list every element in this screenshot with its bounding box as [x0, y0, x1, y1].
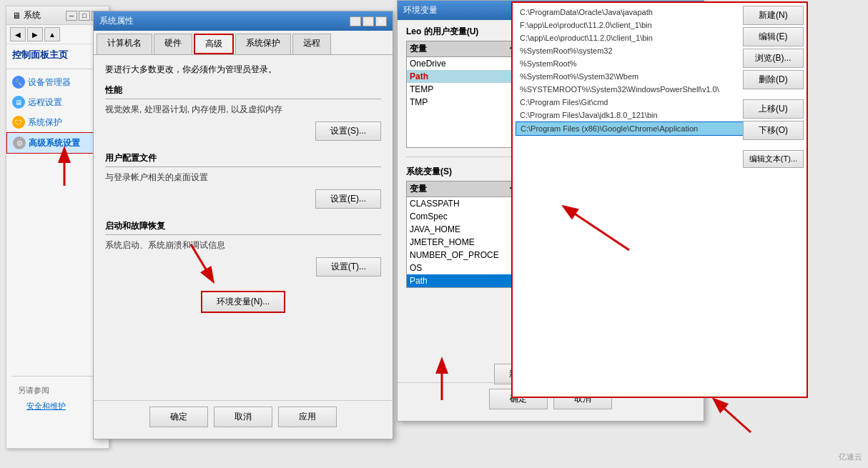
sysprops-tabs: 计算机名 硬件 高级 系统保护 远程 — [94, 31, 393, 55]
path-up-btn[interactable]: 上移(U) — [743, 99, 804, 119]
system-title: 系统 — [24, 9, 41, 21]
sysprops-apply-btn[interactable]: 应用 — [278, 407, 337, 427]
svg-line-4 — [715, 400, 751, 432]
up-btn[interactable]: ▲ — [44, 27, 60, 41]
sysprops-body: 要进行大多数更改，你必须作为管理员登录。 性能 视觉效果, 处理器计划, 内存使… — [94, 55, 393, 322]
performance-section: 性能 视觉效果, 处理器计划, 内存使用, 以及虚拟内存 设置(S)... — [105, 84, 381, 141]
advanced-icon: ⚙ — [13, 136, 26, 149]
env-vars-btn[interactable]: 环境变量(N)... — [201, 291, 286, 313]
col-name-header: 变量 — [410, 43, 510, 55]
user-profiles-desc: 与登录帐户相关的桌面设置 — [105, 171, 381, 184]
user-profiles-settings-btn[interactable]: 设置(E)... — [315, 189, 381, 209]
performance-title: 性能 — [105, 84, 381, 99]
also-see-label: 另请参阅 — [12, 379, 103, 399]
sysprops-cancel-btn[interactable]: 取消 — [214, 407, 272, 427]
path-edit-btn[interactable]: 编辑(E) — [743, 27, 804, 46]
sysprops-ok-btn[interactable]: 确定 — [149, 407, 208, 427]
back-btn[interactable]: ◀ — [10, 27, 26, 41]
path-browse-btn[interactable]: 浏览(B)... — [743, 49, 804, 68]
tab-hardware[interactable]: 硬件 — [154, 34, 192, 54]
device-manager-icon: 🔧 — [12, 76, 25, 89]
path-down-btn[interactable]: 下移(O) — [743, 121, 804, 140]
sysprops-minimize[interactable]: ─ — [350, 16, 361, 26]
minimize-btn[interactable]: ─ — [66, 11, 77, 21]
sysprops-title-bar: 系统属性 ─ □ ✕ — [94, 11, 393, 31]
sysprops-footer: 确定 取消 应用 — [94, 400, 393, 433]
tab-system-protection[interactable]: 系统保护 — [235, 34, 291, 54]
user-profiles-title: 用户配置文件 — [105, 152, 381, 167]
performance-settings-btn[interactable]: 设置(S)... — [315, 121, 381, 141]
performance-desc: 视觉效果, 处理器计划, 内存使用, 以及虚拟内存 — [105, 104, 381, 116]
user-profiles-section: 用户配置文件 与登录帐户相关的桌面设置 设置(E)... — [105, 152, 381, 209]
startup-recovery-title: 启动和故障恢复 — [105, 220, 381, 235]
startup-recovery-desc: 系统启动、系统崩溃和调试信息 — [105, 239, 381, 252]
tab-remote[interactable]: 远程 — [292, 34, 331, 54]
startup-recovery-section: 启动和故障恢复 系统启动、系统崩溃和调试信息 设置(T)... — [105, 220, 381, 277]
path-right-buttons: 新建(N) 编辑(E) 浏览(B)... 删除(D) 上移(U) 下移(O) 编… — [743, 6, 804, 168]
also-see-link[interactable]: 安全和维护 — [12, 399, 103, 414]
admin-notice: 要进行大多数更改，你必须作为管理员登录。 — [105, 64, 381, 76]
path-edit-text-btn[interactable]: 编辑文本(T)... — [743, 150, 804, 168]
path-delete-btn[interactable]: 删除(D) — [743, 70, 804, 89]
sysprops-close[interactable]: ✕ — [375, 16, 387, 26]
sysprops-maximize[interactable]: □ — [363, 16, 374, 26]
tab-advanced[interactable]: 高级 — [194, 34, 234, 54]
startup-recovery-settings-btn[interactable]: 设置(T)... — [316, 257, 381, 277]
tab-computer-name[interactable]: 计算机名 — [97, 34, 152, 54]
envdialog-title: 环境变量 — [403, 4, 438, 16]
system-properties-dialog: 系统属性 ─ □ ✕ 计算机名 硬件 高级 系统保护 远程 要进行大多数更改，你… — [93, 11, 393, 439]
sys-col-name-header: 变量 — [410, 183, 510, 195]
remote-settings-icon: 🖥 — [12, 96, 25, 109]
path-values-panel: C:\ProgramData\Oracle\Java\javapath F:\a… — [511, 1, 808, 398]
system-protection-icon: 🛡 — [12, 116, 25, 129]
forward-btn[interactable]: ▶ — [27, 27, 43, 41]
maximize-btn[interactable]: □ — [79, 11, 90, 21]
watermark: 亿速云 — [839, 452, 862, 462]
path-new-btn[interactable]: 新建(N) — [743, 6, 804, 25]
sysprops-title: 系统属性 — [99, 15, 134, 27]
system-icon: 🖥 — [12, 11, 21, 21]
